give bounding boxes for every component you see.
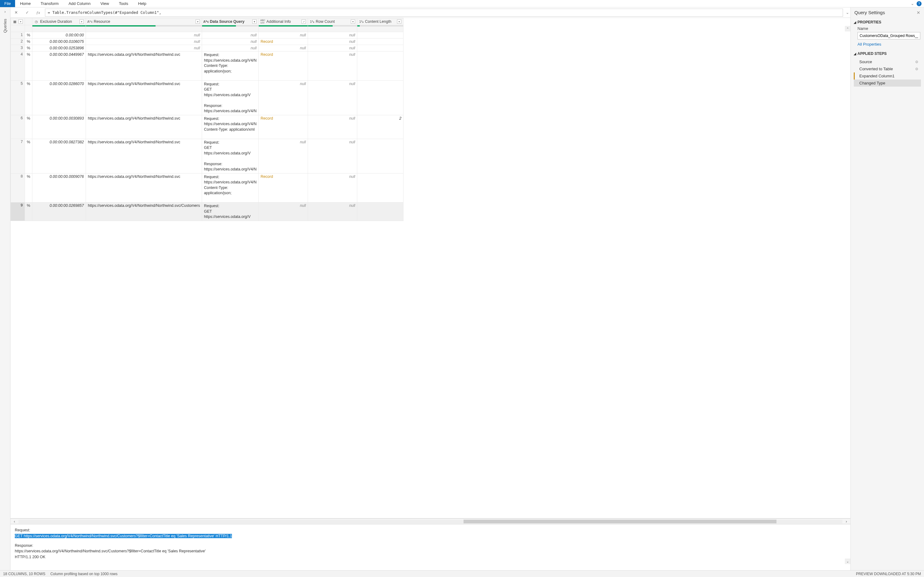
applied-steps-header[interactable]: ◢APPLIED STEPS xyxy=(854,49,921,57)
cell-content-length[interactable] xyxy=(357,52,403,81)
queries-label[interactable]: Queries xyxy=(3,19,7,33)
gear-icon[interactable]: ⚙ xyxy=(915,67,918,71)
cell-percent[interactable]: % xyxy=(25,81,32,115)
cell-duration[interactable]: 0.00:00:00.0009076 xyxy=(32,173,86,203)
cell-additional-info[interactable]: Record xyxy=(259,39,308,45)
table-menu-icon[interactable]: ▾ xyxy=(18,19,23,24)
menu-add-column[interactable]: Add Column xyxy=(63,0,95,7)
col-resource[interactable]: AᵇcResource▾ xyxy=(86,18,202,25)
row-number[interactable]: 5 xyxy=(11,81,25,115)
cell-percent[interactable]: % xyxy=(25,45,32,52)
cell-resource[interactable]: https://services.odata.org/V4/Northwind/… xyxy=(86,52,202,81)
col-content-length[interactable]: 1²₃Content Length▾ xyxy=(357,18,403,25)
row-number[interactable]: 3 xyxy=(11,45,25,52)
menu-transform[interactable]: Transform xyxy=(36,0,64,7)
details-request-line[interactable]: GET https://services.odata.org/V4/Northw… xyxy=(15,534,232,538)
cell-additional-info[interactable]: null xyxy=(259,81,308,115)
gear-icon[interactable]: ⚙ xyxy=(915,60,918,64)
cell-resource[interactable]: https://services.odata.org/V4/Northwind/… xyxy=(86,139,202,173)
queries-expand-icon[interactable]: › xyxy=(4,7,6,16)
table-row[interactable]: 8%0.00:00:00.0009076https://services.oda… xyxy=(11,173,403,203)
cell-percent[interactable]: % xyxy=(25,32,32,39)
properties-section-header[interactable]: ◢PROPERTIES xyxy=(854,18,921,26)
cell-duration[interactable]: 0.00:00:00.0449967 xyxy=(32,52,86,81)
row-number[interactable]: 8 xyxy=(11,173,25,203)
cell-duration[interactable]: 0.00:00:00.0106075 xyxy=(32,39,86,45)
cell-additional-info[interactable]: null xyxy=(259,139,308,173)
hscroll-left-icon[interactable]: ‹ xyxy=(10,519,18,524)
cell-data-source-query[interactable]: Request: https://services.odata.org/V4/N… xyxy=(202,52,259,81)
col-exclusive-duration[interactable]: ◷Exclusive Duration▾ xyxy=(32,18,86,25)
menu-tools[interactable]: Tools xyxy=(114,0,133,7)
cell-duration[interactable]: 0.00:00:00.0827382 xyxy=(32,139,86,173)
query-name-input[interactable] xyxy=(858,32,920,39)
table-corner[interactable]: ▦▾ xyxy=(11,18,25,25)
row-number[interactable]: 7 xyxy=(11,139,25,173)
table-row[interactable]: 9%0.00:00:00.0269857https://services.oda… xyxy=(11,203,403,221)
step-converted-to-table[interactable]: Converted to Table⚙ xyxy=(854,65,921,73)
cell-percent[interactable]: % xyxy=(25,115,32,139)
filter-icon[interactable]: ▾ xyxy=(79,19,84,24)
cell-content-length[interactable] xyxy=(357,39,403,45)
cell-row-count[interactable]: null xyxy=(308,173,357,203)
step-changed-type[interactable]: Changed Type xyxy=(854,79,921,87)
cell-content-length[interactable]: 2 xyxy=(357,115,403,139)
filter-icon[interactable]: ▾ xyxy=(351,19,355,24)
cell-row-count[interactable]: null xyxy=(308,39,357,45)
close-icon[interactable]: ✕ xyxy=(917,10,920,15)
formula-input[interactable]: = Table.TransformColumnTypes(#"Expanded … xyxy=(45,9,843,17)
cell-additional-info[interactable]: null xyxy=(259,203,308,221)
hscroll-right-icon[interactable]: › xyxy=(842,519,850,524)
table-row[interactable]: 6%0.00:00:00.0030893https://services.oda… xyxy=(11,115,403,139)
cell-row-count[interactable]: null xyxy=(308,203,357,221)
hscroll[interactable]: ‹ › xyxy=(10,519,850,524)
cell-additional-info[interactable]: null xyxy=(259,32,308,39)
cell-content-length[interactable] xyxy=(357,45,403,52)
table-row[interactable]: 3%0.00:00:00.0253896nullnullnullnull xyxy=(11,45,403,52)
cell-data-source-query[interactable]: Request: GET https://services.odata.org/… xyxy=(202,81,259,115)
cell-resource[interactable]: null xyxy=(86,45,202,52)
row-number[interactable]: 1 xyxy=(11,32,25,39)
formula-expand-icon[interactable]: ⌄ xyxy=(844,10,850,15)
status-profiling[interactable]: Column profiling based on top 1000 rows xyxy=(50,572,117,576)
vscroll-down-icon[interactable]: ⌄ xyxy=(845,559,850,564)
formula-commit-button[interactable]: ✓ xyxy=(22,7,33,18)
filter-icon[interactable]: ▾ xyxy=(196,19,200,24)
cell-row-count[interactable]: null xyxy=(308,139,357,173)
all-properties-link[interactable]: All Properties xyxy=(854,39,881,49)
cell-data-source-query[interactable]: null xyxy=(202,32,259,39)
cell-percent[interactable]: % xyxy=(25,203,32,221)
cell-resource[interactable]: null xyxy=(86,32,202,39)
cell-additional-info[interactable]: Record xyxy=(259,173,308,203)
cell-resource[interactable]: https://services.odata.org/V4/Northwind/… xyxy=(86,81,202,115)
table-row[interactable]: 5%0.00:00:00.0286070https://services.oda… xyxy=(11,81,403,115)
cell-duration[interactable]: 0.00:00:00.0269857 xyxy=(32,203,86,221)
cell-resource[interactable]: null xyxy=(86,39,202,45)
cell-row-count[interactable]: null xyxy=(308,52,357,81)
fx-icon[interactable]: ƒx xyxy=(33,7,44,18)
cell-data-source-query[interactable]: Request: https://services.odata.org/V4/N… xyxy=(202,115,259,139)
cell-resource[interactable]: https://services.odata.org/V4/Northwind/… xyxy=(86,115,202,139)
cell-resource[interactable]: https://services.odata.org/V4/Northwind/… xyxy=(86,203,202,221)
cell-content-length[interactable] xyxy=(357,81,403,115)
cell-duration[interactable]: 0.00:00:00.0030893 xyxy=(32,115,86,139)
cell-row-count[interactable]: null xyxy=(308,45,357,52)
row-number[interactable]: 9 xyxy=(11,203,25,221)
formula-cancel-button[interactable]: ✕ xyxy=(10,7,22,18)
cell-percent[interactable]: % xyxy=(25,52,32,81)
hscroll-thumb[interactable] xyxy=(464,520,777,523)
help-icon[interactable]: ? xyxy=(917,1,922,6)
cell-additional-info[interactable]: Record xyxy=(259,115,308,139)
expand-icon[interactable]: ⤢ xyxy=(302,19,306,24)
col-percent[interactable] xyxy=(25,18,32,25)
cell-percent[interactable]: % xyxy=(25,39,32,45)
row-number[interactable]: 6 xyxy=(11,115,25,139)
cell-duration[interactable]: 0.00:00:00.0253896 xyxy=(32,45,86,52)
cell-content-length[interactable] xyxy=(357,203,403,221)
menu-home[interactable]: Home xyxy=(15,0,36,7)
menu-view[interactable]: View xyxy=(95,0,114,7)
hscroll-track[interactable] xyxy=(18,520,842,523)
cell-duration[interactable]: 0.00:00:00 xyxy=(32,32,86,39)
col-row-count[interactable]: 1²₃Row Count▾ xyxy=(308,18,357,25)
grid[interactable]: ▦▾ ◷Exclusive Duration▾ AᵇcResource▾ Aᵇc… xyxy=(10,18,850,519)
